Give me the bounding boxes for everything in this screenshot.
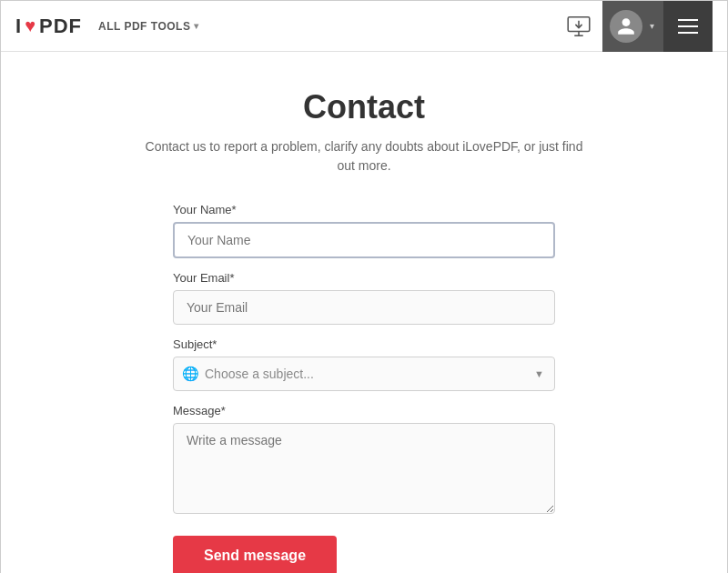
email-input[interactable] bbox=[173, 290, 555, 325]
logo-i: I bbox=[15, 15, 22, 38]
globe-icon: 🌐 bbox=[182, 366, 199, 382]
message-textarea[interactable] bbox=[173, 423, 555, 514]
subject-select[interactable]: Choose a subject... Technical Problem Bi… bbox=[173, 357, 555, 391]
logo-heart: ♥ bbox=[25, 15, 36, 36]
page-title: Contact bbox=[303, 88, 425, 126]
all-pdf-tools-button[interactable]: ALL PDF TOOLS ▾ bbox=[98, 20, 199, 33]
email-label: Your Email* bbox=[173, 271, 555, 285]
name-input[interactable] bbox=[173, 222, 555, 258]
subject-select-wrapper: 🌐 Choose a subject... Technical Problem … bbox=[173, 357, 555, 391]
navbar: I ♥ PDF ALL PDF TOOLS ▾ bbox=[1, 1, 727, 52]
message-label: Message* bbox=[173, 404, 555, 417]
avatar bbox=[610, 10, 642, 43]
monitor-icon bbox=[566, 16, 592, 36]
subject-label: Subject* bbox=[173, 337, 555, 351]
hamburger-menu-button[interactable] bbox=[663, 1, 713, 52]
name-label: Your Name* bbox=[173, 203, 555, 216]
logo: I ♥ PDF bbox=[15, 15, 82, 38]
hamburger-icon bbox=[678, 19, 698, 34]
main-content: Contact Contact us to report a problem, … bbox=[1, 52, 727, 573]
user-icon bbox=[616, 16, 636, 36]
nav-right: ▾ bbox=[555, 1, 713, 52]
user-chevron-icon: ▾ bbox=[650, 21, 654, 31]
send-message-button[interactable]: Send message bbox=[173, 536, 337, 573]
tools-chevron-icon: ▾ bbox=[194, 21, 199, 31]
logo-pdf: PDF bbox=[39, 15, 82, 38]
download-app-button[interactable] bbox=[555, 9, 602, 44]
app-window: I ♥ PDF ALL PDF TOOLS ▾ bbox=[0, 0, 728, 573]
contact-form: Your Name* Your Email* Subject* 🌐 Choose… bbox=[173, 203, 555, 573]
page-subtitle: Contact us to report a problem, clarify … bbox=[136, 137, 592, 176]
all-pdf-tools-label: ALL PDF TOOLS bbox=[98, 20, 190, 33]
user-account-button[interactable]: ▾ bbox=[602, 1, 663, 52]
